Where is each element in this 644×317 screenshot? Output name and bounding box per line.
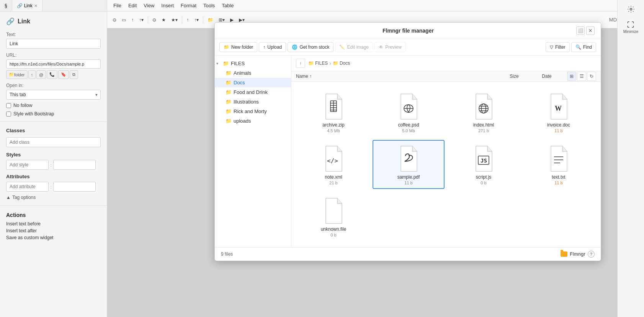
- preview-button[interactable]: 👁 Preview: [374, 42, 406, 52]
- fm-footer: 9 files Flmngr ?: [215, 247, 601, 261]
- file-size-index: 271 b: [478, 128, 489, 133]
- breadcrumb-up-button[interactable]: ↑: [296, 59, 305, 68]
- open-in-label: Open in:: [6, 83, 101, 88]
- fm-view-buttons: ⊞ ☰ ↻: [567, 72, 596, 81]
- url-input[interactable]: [6, 59, 101, 69]
- file-note-xml[interactable]: </> note.xml 21 b: [297, 140, 369, 189]
- no-follow-checkbox[interactable]: [6, 103, 11, 108]
- new-folder-button[interactable]: 📁 New folder: [219, 42, 257, 52]
- open-in-select[interactable]: This tab New tab New window: [6, 90, 101, 100]
- toolbar-btn-4[interactable]: ↑▾: [137, 16, 146, 24]
- bootstrap-checkbox[interactable]: [6, 112, 11, 117]
- breadcrumb-files[interactable]: 📁 FILES: [308, 61, 328, 66]
- toolbar-btn-8[interactable]: ↑: [184, 16, 191, 24]
- copy-button[interactable]: ⧉: [70, 70, 78, 79]
- close-tab-icon[interactable]: ✕: [34, 3, 38, 8]
- tag-options-row[interactable]: ▲ Tag options: [0, 192, 107, 202]
- toolbar-btn-7[interactable]: ★▾: [169, 16, 180, 24]
- file-text-txt[interactable]: text.txt 11 b: [523, 140, 595, 189]
- copy-icon: ⧉: [72, 72, 75, 77]
- list-view-button[interactable]: ☰: [577, 72, 586, 81]
- menu-file[interactable]: File: [110, 2, 124, 10]
- fm-tree-docs[interactable]: 📁 Docs: [215, 78, 291, 87]
- classes-section: [0, 135, 107, 149]
- edit-image-button[interactable]: ✏️ Edit image: [335, 42, 373, 52]
- upload-button[interactable]: ↑ Upload: [259, 42, 286, 52]
- sidebar-tab-section[interactable]: §: [0, 0, 12, 11]
- fm-tree-animals[interactable]: 📁 Animals: [215, 68, 291, 78]
- url-section: URL: 📁 folder ↑ @ 📞 🔖 ⧉: [0, 50, 107, 80]
- grid-view-button[interactable]: ⊞: [567, 72, 576, 81]
- upload-url-button[interactable]: ↑: [28, 70, 36, 79]
- file-name-sample: sample.pdf: [397, 174, 420, 180]
- breadcrumb-docs[interactable]: 📁 Docs: [333, 61, 350, 66]
- at-button[interactable]: @: [36, 70, 46, 79]
- stock-label: Get from stock: [299, 44, 329, 50]
- minimize-button[interactable]: Minimize: [622, 19, 640, 35]
- file-invoice-doc[interactable]: W invoice.doc 11 b: [523, 88, 595, 137]
- file-size-script: 0 b: [481, 181, 486, 185]
- menu-table[interactable]: Table: [219, 2, 237, 10]
- file-name-text: text.txt: [552, 174, 565, 180]
- menu-edit[interactable]: Edit: [125, 2, 140, 10]
- toolbar-btn-3[interactable]: ↑: [129, 16, 136, 24]
- find-button[interactable]: 🔍 Find: [571, 42, 596, 52]
- fm-tree-rickmorty[interactable]: 📁 Rick and Morty: [215, 107, 291, 116]
- phone-button[interactable]: 📞: [47, 70, 57, 79]
- styles-key-input[interactable]: [6, 160, 49, 170]
- menu-view[interactable]: View: [141, 2, 157, 10]
- file-script-js[interactable]: JS script.js 0 b: [448, 140, 520, 189]
- action-insert-before[interactable]: Insert text before: [6, 220, 101, 227]
- root-label: FILES: [231, 61, 245, 66]
- main-editor-area: File Edit View Insert Format Tools Table…: [107, 0, 644, 317]
- toolbar-btn-5[interactable]: ⊙: [150, 16, 159, 24]
- file-sample-pdf[interactable]: sample.pdf 11 b: [373, 140, 445, 189]
- attr-key-input[interactable]: [6, 182, 49, 192]
- new-folder-label: New folder: [231, 44, 253, 50]
- menu-insert[interactable]: Insert: [158, 2, 177, 10]
- uploads-folder-icon: 📁: [226, 118, 232, 124]
- styles-val-input[interactable]: [53, 160, 96, 170]
- file-icon-txt: [547, 145, 570, 172]
- bookmark-button[interactable]: 🔖: [58, 70, 69, 79]
- fm-tree-uploads[interactable]: 📁 uploads: [215, 116, 291, 126]
- col-date[interactable]: Date: [530, 71, 564, 81]
- minimize-label: Minimize: [623, 30, 638, 34]
- filter-button[interactable]: ▽ Filter: [546, 42, 570, 52]
- refresh-button[interactable]: ↻: [587, 72, 596, 81]
- toolbar-btn-6[interactable]: ★: [159, 16, 168, 24]
- fm-tree-food[interactable]: 📁 Food and Drink: [215, 87, 291, 97]
- file-unknown[interactable]: unknown.file 0 b: [297, 192, 369, 241]
- fm-tree-root[interactable]: ▾ 📁 FILES: [215, 59, 291, 68]
- action-insert-after[interactable]: Insert text after: [6, 227, 101, 234]
- col-name[interactable]: Name ↑: [296, 71, 499, 81]
- text-input[interactable]: [6, 39, 101, 49]
- file-index-html[interactable]: index.html 271 b: [448, 88, 520, 137]
- tag-options-chevron: ▲: [6, 195, 11, 200]
- bookmark-icon: 🔖: [61, 72, 66, 77]
- browse-button[interactable]: 📁 folder: [6, 70, 28, 79]
- col-size[interactable]: Size: [499, 71, 530, 81]
- sidebar-tabs: § 🔗 Link ✕: [0, 0, 107, 12]
- settings-button[interactable]: [626, 4, 636, 15]
- fm-maximize-button[interactable]: ⬜: [576, 26, 585, 35]
- fm-close-button[interactable]: ✕: [586, 26, 595, 35]
- menu-format[interactable]: Format: [178, 2, 199, 10]
- text-label: Text:: [6, 32, 101, 37]
- classes-input[interactable]: [6, 137, 101, 147]
- toolbar-btn-9[interactable]: ↑▾: [192, 16, 201, 24]
- attr-val-input[interactable]: [53, 182, 96, 192]
- help-button[interactable]: ?: [588, 251, 595, 258]
- menu-tools[interactable]: Tools: [200, 2, 218, 10]
- get-stock-button[interactable]: 🌐 Get from stock: [288, 42, 333, 52]
- file-archive-zip[interactable]: archive.zip 4.5 Mb: [297, 88, 369, 137]
- file-coffee-psd[interactable]: coffee.psd 5.0 Mb: [373, 88, 445, 137]
- toolbar-btn-1[interactable]: ⊙: [110, 16, 119, 24]
- file-size-note: 21 b: [329, 181, 337, 185]
- toolbar-btn-10[interactable]: 📁: [205, 16, 216, 24]
- fm-tree-illustrations[interactable]: 📁 Illustrations: [215, 97, 291, 107]
- action-save-widget[interactable]: Save as custom widget: [6, 234, 101, 241]
- sidebar-tab-link[interactable]: 🔗 Link ✕: [12, 0, 42, 11]
- classes-heading: Classes: [0, 125, 107, 135]
- toolbar-btn-2[interactable]: ▭: [119, 16, 128, 24]
